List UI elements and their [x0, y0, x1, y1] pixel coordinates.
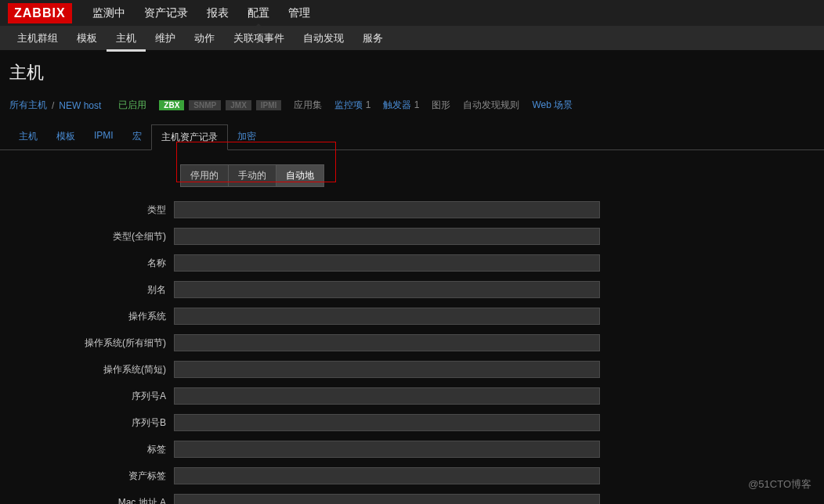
input-mac-a[interactable] — [174, 494, 600, 504]
inner-tabs: 主机 模板 IPMI 宏 主机资产记录 加密 — [0, 124, 824, 150]
badge-snmp: SNMP — [189, 100, 221, 110]
subnav-discovery[interactable]: 自动发现 — [294, 25, 353, 52]
bc-triggers[interactable]: 触发器 1 — [383, 99, 419, 112]
subnav-services[interactable]: 服务 — [353, 25, 392, 52]
toggle-manual[interactable]: 手动的 — [229, 164, 276, 187]
bc-applications[interactable]: 应用集 — [294, 99, 322, 112]
label-type-full: 类型(全细节) — [0, 230, 174, 243]
logo: ZABBIX — [8, 3, 72, 23]
label-serial-b: 序列号B — [0, 416, 174, 430]
tab-encryption[interactable]: 加密 — [228, 124, 266, 149]
subnav-maintenance[interactable]: 维护 — [146, 25, 185, 52]
input-serial-a[interactable] — [174, 387, 600, 405]
input-tag[interactable] — [174, 441, 600, 458]
badge-ipmi: IPMI — [256, 100, 282, 110]
label-os-short: 操作系统(简短) — [0, 363, 174, 376]
subnav-hostgroups[interactable]: 主机群组 — [8, 25, 67, 52]
bc-status: 已启用 — [118, 99, 146, 112]
subnav-templates[interactable]: 模板 — [67, 25, 107, 52]
form-content: 停用的 手动的 自动地 类型 类型(全细节) 名称 别名 操作系统 操作系统(所… — [0, 150, 824, 504]
subnav-actions[interactable]: 动作 — [185, 25, 224, 52]
badge-jmx: JMX — [226, 100, 251, 110]
top-nav: ZABBIX 监测中 资产记录 报表 配置 管理 — [0, 0, 824, 26]
label-mac-a: Mac 地址 A — [0, 496, 174, 505]
label-alias: 别名 — [0, 283, 174, 297]
label-os: 操作系统 — [0, 310, 174, 323]
watermark: @51CTO博客 — [748, 477, 811, 491]
tab-macros[interactable]: 宏 — [123, 124, 151, 149]
input-type[interactable] — [174, 201, 600, 218]
bc-web-scenarios[interactable]: Web 场景 — [532, 99, 573, 112]
label-serial-a: 序列号A — [0, 390, 174, 403]
label-type: 类型 — [0, 203, 174, 217]
toggle-disabled[interactable]: 停用的 — [180, 164, 229, 187]
sub-nav: 主机群组 模板 主机 维护 动作 关联项事件 自动发现 服务 — [0, 26, 824, 50]
topnav-reports[interactable]: 报表 — [197, 0, 238, 27]
input-os-short[interactable] — [174, 361, 600, 378]
breadcrumb: 所有主机 / NEW host 已启用 ZBX SNMP JMX IPMI 应用… — [0, 92, 824, 118]
topnav-administration[interactable]: 管理 — [279, 0, 320, 27]
input-serial-b[interactable] — [174, 414, 600, 431]
label-os-full: 操作系统(所有细节) — [0, 337, 174, 350]
badge-zbx: ZBX — [159, 100, 184, 110]
label-asset-tag: 资产标签 — [0, 470, 174, 483]
label-tag: 标签 — [0, 443, 174, 456]
input-type-full[interactable] — [174, 228, 600, 245]
subnav-correlation[interactable]: 关联项事件 — [224, 25, 294, 52]
topnav-monitoring[interactable]: 监测中 — [83, 0, 135, 27]
toggle-automatic[interactable]: 自动地 — [276, 164, 324, 187]
subnav-hosts[interactable]: 主机 — [107, 25, 146, 52]
tab-inventory[interactable]: 主机资产记录 — [151, 124, 228, 150]
bc-discovery-rules[interactable]: 自动发现规则 — [463, 99, 519, 112]
bc-graphs[interactable]: 图形 — [432, 99, 450, 112]
label-name: 名称 — [0, 257, 174, 270]
topnav-configuration[interactable]: 配置 — [238, 0, 279, 27]
tab-host[interactable]: 主机 — [9, 124, 47, 149]
bc-items[interactable]: 监控项 1 — [334, 99, 370, 112]
bc-separator: / — [52, 100, 54, 111]
bc-all-hosts[interactable]: 所有主机 — [9, 99, 47, 112]
input-os[interactable] — [174, 308, 600, 325]
input-asset-tag[interactable] — [174, 467, 600, 484]
tab-templates[interactable]: 模板 — [47, 124, 85, 149]
bc-host-name[interactable]: NEW host — [59, 100, 101, 111]
tab-ipmi[interactable]: IPMI — [85, 124, 123, 149]
input-os-full[interactable] — [174, 334, 600, 351]
input-name[interactable] — [174, 254, 600, 272]
inventory-mode-toggle: 停用的 手动的 自动地 — [180, 164, 824, 187]
page-title: 主机 — [0, 50, 824, 92]
input-alias[interactable] — [174, 281, 600, 298]
topnav-inventory[interactable]: 资产记录 — [135, 0, 197, 27]
